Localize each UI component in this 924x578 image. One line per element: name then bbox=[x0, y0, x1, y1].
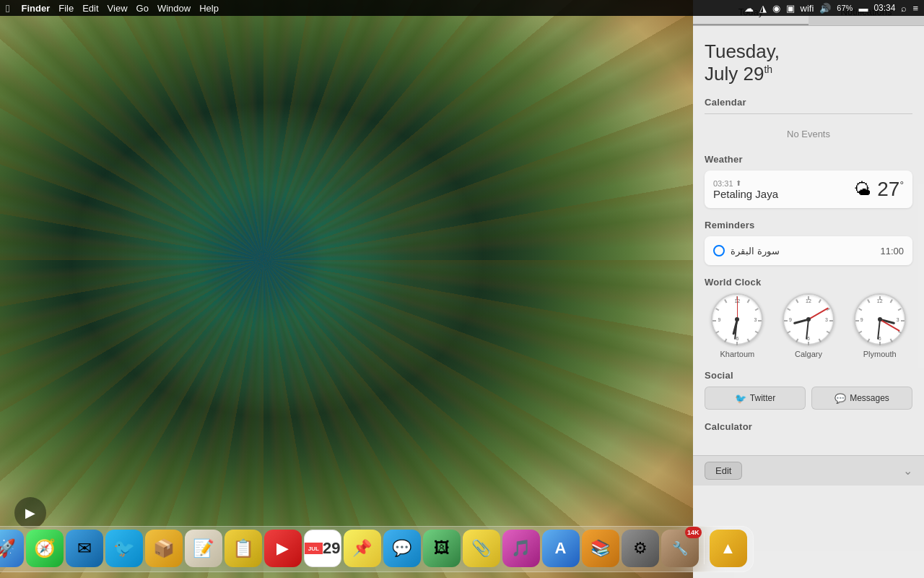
dock-icon-clipboard[interactable]: 📋 bbox=[225, 530, 262, 567]
weather-card: 03:31 ⬆ Petaling Jaya 🌤 27° bbox=[705, 171, 912, 208]
weather-location-block: 03:31 ⬆ Petaling Jaya bbox=[713, 179, 778, 200]
world-clock-widget: World Clock bbox=[705, 277, 912, 358]
menu-window[interactable]: Window bbox=[157, 3, 191, 14]
wallpaper-lines bbox=[0, 0, 693, 578]
menubar:  Finder File Edit View Go Window Help ☁… bbox=[0, 0, 924, 16]
video-play-button[interactable]: ▶ bbox=[14, 497, 46, 529]
dock-icon-radiant[interactable]: ▶ bbox=[264, 530, 302, 567]
clock-calgary: 12 3 6 9 Calgary bbox=[776, 293, 842, 358]
weather-row: 03:31 ⬆ Petaling Jaya 🌤 27° bbox=[713, 178, 904, 201]
weather-time: 03:31 ⬆ bbox=[713, 179, 778, 188]
reminder-left: سورة البقرة bbox=[713, 245, 780, 256]
dock-icon-twitterific[interactable]: 🐦 bbox=[105, 530, 143, 567]
world-clock-title: World Clock bbox=[705, 277, 912, 288]
clock: 03:34 bbox=[873, 3, 895, 13]
clock-plymouth: 12 3 6 9 Plymouth bbox=[847, 293, 912, 358]
reminders-card: سورة البقرة 11:00 bbox=[705, 236, 912, 265]
twitter-label: Twitter bbox=[750, 393, 775, 403]
weather-right: 🌤 27° bbox=[854, 178, 904, 201]
search-icon[interactable]: ⌕ bbox=[901, 3, 907, 14]
menubar-right: ☁ ◮ ◉ ▣ wifi 🔊 67% ▬ 03:34 ⌕ ≡ bbox=[744, 3, 918, 14]
dock-icon-stickies2[interactable]: 📎 bbox=[463, 530, 500, 567]
clock-label-calgary: Calgary bbox=[795, 350, 822, 358]
today-date: Tuesday, July 29th bbox=[705, 40, 912, 85]
reminders-title: Reminders bbox=[705, 220, 912, 230]
wifi-icon[interactable]: wifi bbox=[801, 3, 814, 14]
headphones-icon[interactable]: ◉ bbox=[772, 3, 780, 14]
clock-khartoum: 12 3 6 9 Khartoum bbox=[705, 293, 770, 358]
social-widget: Social 🐦 Twitter 💬 Messages bbox=[705, 370, 912, 410]
menu-edit[interactable]: Edit bbox=[82, 3, 98, 14]
calendar-title: Calendar bbox=[705, 97, 912, 108]
location-arrow-icon: ⬆ bbox=[736, 179, 741, 187]
dock-divider bbox=[704, 532, 705, 564]
dock-icon-ibooks[interactable]: 📚 bbox=[582, 530, 619, 567]
reminders-widget: Reminders سورة البقرة 11:00 bbox=[705, 220, 912, 265]
weather-widget: Weather 03:31 ⬆ Petaling Jaya 🌤 27° bbox=[705, 154, 912, 208]
clock-label-plymouth: Plymouth bbox=[863, 350, 897, 358]
badge-14k: 14K bbox=[685, 527, 702, 538]
dock-background: 🔵 🚀 🧭 ✉ 🐦 📦 📝 📋 ▶ JUL 29 📌 bbox=[0, 526, 754, 572]
battery-percent: 67% bbox=[837, 4, 853, 12]
reminder-text: سورة البقرة bbox=[731, 246, 780, 256]
menu-file[interactable]: File bbox=[58, 3, 74, 14]
analog-clock-plymouth: 12 3 6 9 bbox=[854, 293, 906, 345]
clock-label-khartoum: Khartoum bbox=[720, 350, 754, 358]
dock-icon-calendar[interactable]: JUL 29 bbox=[304, 530, 341, 567]
second-hand-khartoum bbox=[737, 296, 738, 319]
twitter-button[interactable]: 🐦 Twitter bbox=[705, 387, 806, 410]
dock-icon-letteropener[interactable]: ✉ bbox=[66, 530, 103, 567]
weather-temperature: 27° bbox=[877, 178, 904, 201]
dock-icon-safari[interactable]: 🧭 bbox=[26, 530, 64, 567]
panel-content: Tuesday, July 29th Calendar No Events We… bbox=[693, 26, 924, 455]
battery-icon: ▬ bbox=[858, 3, 868, 14]
dock-icon-launchpad[interactable]: 🚀 bbox=[0, 530, 24, 567]
menu-finder[interactable]: Finder bbox=[21, 3, 50, 14]
dock-icon-transmit[interactable]: ▲ bbox=[710, 530, 747, 567]
world-clocks-container: 12 3 6 9 Khartoum bbox=[705, 293, 912, 358]
scroll-down-icon[interactable]: ⌄ bbox=[903, 464, 912, 478]
menubar-left:  Finder File Edit View Go Window Help bbox=[6, 2, 219, 14]
reminder-item-0: سورة البقرة 11:00 bbox=[713, 243, 904, 258]
calendar-divider bbox=[705, 113, 912, 114]
analog-clock-khartoum: 12 3 6 9 bbox=[711, 293, 763, 345]
reminder-checkbox[interactable] bbox=[713, 245, 725, 256]
messages-icon: 💬 bbox=[834, 393, 846, 404]
calendar-widget: Calendar No Events bbox=[705, 97, 912, 142]
dock-icon-itunes[interactable]: 🎵 bbox=[502, 530, 540, 567]
analog-clock-calgary: 12 3 6 9 bbox=[783, 293, 834, 345]
dock-icon-appstore[interactable]: A bbox=[542, 530, 580, 567]
apple-menu[interactable]:  bbox=[6, 2, 9, 14]
dock-icon-stickies[interactable]: 📌 bbox=[344, 530, 381, 567]
desktop bbox=[0, 0, 693, 578]
edit-button[interactable]: Edit bbox=[705, 462, 742, 480]
weather-sun-icon: 🌤 bbox=[854, 179, 871, 199]
weather-location: Petaling Jaya bbox=[713, 188, 778, 200]
dock-icon-badge[interactable]: 🔧 14K bbox=[661, 530, 699, 567]
calendar-no-events: No Events bbox=[705, 120, 912, 142]
weather-title: Weather bbox=[705, 154, 912, 165]
date-weekday: Tuesday, bbox=[705, 40, 780, 62]
menu-view[interactable]: View bbox=[108, 3, 128, 14]
dock-icon-navi[interactable]: 💬 bbox=[383, 530, 421, 567]
calculator-widget: Calculator bbox=[705, 421, 912, 432]
dock-icon-ftp[interactable]: ⚙ bbox=[622, 530, 659, 567]
date-suffix: th bbox=[764, 64, 772, 76]
cloud-icon[interactable]: ☁ bbox=[744, 3, 754, 14]
dock-icon-photo[interactable]: 🖼 bbox=[423, 530, 461, 567]
messages-button[interactable]: 💬 Messages bbox=[811, 387, 912, 410]
calculator-title: Calculator bbox=[705, 421, 912, 432]
menu-go[interactable]: Go bbox=[136, 3, 149, 14]
notification-list-icon[interactable]: ≡ bbox=[912, 3, 918, 14]
printer-icon[interactable]: ▣ bbox=[786, 3, 795, 14]
dock-icon-boxer[interactable]: 📦 bbox=[145, 530, 183, 567]
reminder-time: 11:00 bbox=[880, 246, 904, 256]
dock: 🔵 🚀 🧭 ✉ 🐦 📦 📝 📋 ▶ JUL 29 📌 bbox=[0, 526, 693, 575]
location-icon[interactable]: ◮ bbox=[759, 3, 767, 14]
volume-icon[interactable]: 🔊 bbox=[819, 3, 831, 14]
menu-help[interactable]: Help bbox=[199, 3, 219, 14]
panel-bottom: Edit ⌄ bbox=[693, 455, 924, 486]
dock-icon-editorial[interactable]: 📝 bbox=[185, 530, 222, 567]
date-day: July 29 bbox=[705, 63, 764, 85]
social-buttons: 🐦 Twitter 💬 Messages bbox=[705, 387, 912, 410]
